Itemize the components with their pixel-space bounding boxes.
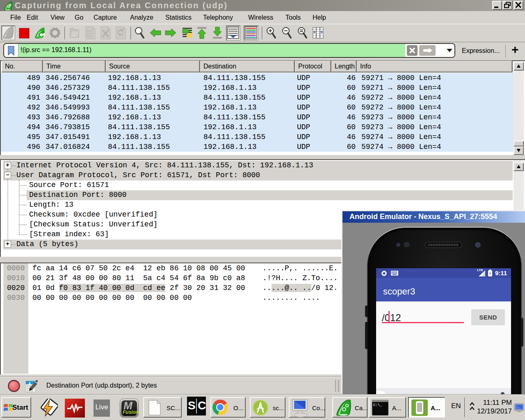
- svg-text:0101: 0101: [87, 30, 93, 32]
- svg-text:0110: 0110: [87, 32, 93, 35]
- svg-text:C:\_: C:\_: [373, 403, 382, 407]
- svg-text:0011: 0011: [87, 35, 93, 38]
